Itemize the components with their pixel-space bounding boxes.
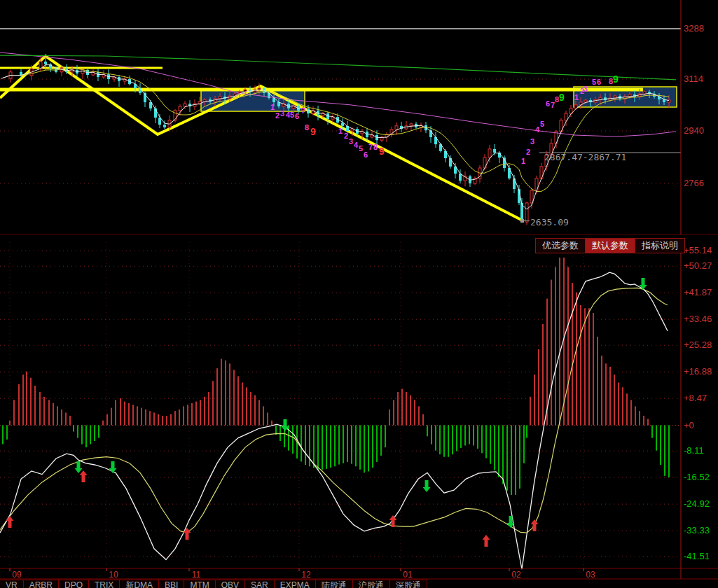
svg-text:5: 5 bbox=[359, 144, 363, 153]
svg-text:+41.87: +41.87 bbox=[684, 287, 712, 298]
indicator-tab-MTM[interactable]: MTM bbox=[184, 580, 215, 588]
svg-text:9: 9 bbox=[613, 74, 619, 85]
svg-text:9: 9 bbox=[559, 92, 565, 103]
indicator-tab-OBV[interactable]: OBV bbox=[216, 580, 245, 588]
indicator-gridlines bbox=[0, 241, 681, 579]
svg-text:-16.52: -16.52 bbox=[684, 472, 710, 482]
svg-text:6: 6 bbox=[597, 78, 601, 86]
indicator-tab-VR[interactable]: VR bbox=[0, 580, 24, 588]
trendline-annotations bbox=[0, 56, 643, 220]
indicator-tab-SAR[interactable]: SAR bbox=[245, 580, 275, 588]
indicator-tab-bar: VRARBRDPOTRIX新DMABBIMTMOBVSAREXPMA陆股通沪股通… bbox=[0, 580, 427, 588]
param-button-0[interactable]: 优选参数 bbox=[536, 239, 585, 253]
indicator-axis-labels: +55.14+50.27+41.87+33.46+25.28+16.88+8.4… bbox=[684, 245, 712, 561]
indicator-tab-深股通[interactable]: 深股通 bbox=[390, 580, 427, 588]
param-button-2[interactable]: 指标说明 bbox=[635, 239, 684, 253]
svg-text:5: 5 bbox=[290, 111, 294, 119]
svg-text:4: 4 bbox=[535, 125, 540, 134]
indicator-tab-DPO[interactable]: DPO bbox=[59, 580, 89, 588]
svg-text:-8.11: -8.11 bbox=[684, 445, 704, 456]
svg-text:5: 5 bbox=[592, 78, 596, 86]
svg-text:1: 1 bbox=[521, 157, 525, 165]
svg-text:01: 01 bbox=[403, 570, 413, 580]
svg-text:+0: +0 bbox=[684, 420, 694, 430]
svg-text:03: 03 bbox=[586, 570, 595, 580]
svg-text:8: 8 bbox=[373, 143, 378, 151]
svg-text:-33.33: -33.33 bbox=[684, 525, 710, 536]
svg-text:1: 1 bbox=[270, 103, 275, 111]
svg-text:1: 1 bbox=[338, 127, 343, 135]
svg-text:+33.46: +33.46 bbox=[684, 314, 712, 324]
indicator-tab-陆股通[interactable]: 陆股通 bbox=[316, 580, 353, 588]
indicator-tab-沪股通[interactable]: 沪股通 bbox=[353, 580, 390, 588]
price-axis-labels: 3288311429402766 bbox=[684, 23, 704, 188]
svg-text:-24.92: -24.92 bbox=[684, 498, 710, 509]
svg-text:+55.14: +55.14 bbox=[684, 245, 712, 255]
svg-text:+25.28: +25.28 bbox=[684, 340, 712, 350]
svg-text:3: 3 bbox=[280, 109, 284, 118]
svg-text:3: 3 bbox=[530, 137, 534, 146]
svg-text:5: 5 bbox=[540, 120, 544, 128]
param-button-1[interactable]: 默认参数 bbox=[585, 239, 635, 253]
svg-text:2635.09: 2635.09 bbox=[530, 217, 569, 227]
svg-text:-41.51: -41.51 bbox=[684, 551, 710, 561]
svg-text:6: 6 bbox=[546, 99, 550, 108]
svg-text:3: 3 bbox=[349, 137, 353, 146]
svg-text:+50.27: +50.27 bbox=[684, 260, 712, 271]
svg-text:10: 10 bbox=[109, 570, 118, 580]
svg-text:11: 11 bbox=[192, 570, 201, 580]
svg-text:+8.47: +8.47 bbox=[684, 393, 707, 403]
svg-text:6: 6 bbox=[295, 112, 299, 120]
svg-text:12: 12 bbox=[301, 570, 311, 580]
svg-text:9: 9 bbox=[379, 146, 385, 157]
candlestick-series bbox=[9, 57, 670, 225]
svg-text:8: 8 bbox=[305, 123, 309, 132]
kline-chart-canvas[interactable]: 12345678912345678912345678912356892867.4… bbox=[0, 0, 718, 235]
svg-text:3114: 3114 bbox=[684, 74, 703, 84]
indicator-chart-canvas[interactable]: 09101112010203+55.14+50.27+41.87+33.46+2… bbox=[0, 235, 718, 588]
svg-text:2: 2 bbox=[526, 148, 530, 156]
price-gridlines bbox=[0, 0, 718, 235]
svg-text:02: 02 bbox=[511, 570, 521, 580]
svg-text:3: 3 bbox=[584, 85, 588, 93]
svg-text:4: 4 bbox=[354, 141, 359, 149]
svg-text:7: 7 bbox=[301, 106, 305, 115]
indicator-tab-BBI[interactable]: BBI bbox=[159, 580, 184, 588]
indicator-tab-ARBR[interactable]: ARBR bbox=[24, 580, 59, 588]
indicator-tab-EXPMA[interactable]: EXPMA bbox=[275, 580, 316, 588]
svg-text:09: 09 bbox=[12, 570, 22, 580]
svg-text:6: 6 bbox=[364, 150, 368, 159]
svg-text:2766: 2766 bbox=[684, 178, 704, 188]
svg-text:2867.47-2867.71: 2867.47-2867.71 bbox=[544, 152, 626, 162]
indicator-tab-TRIX[interactable]: TRIX bbox=[89, 580, 120, 588]
svg-text:2940: 2940 bbox=[684, 125, 704, 136]
svg-text:1: 1 bbox=[574, 93, 579, 102]
svg-text:2: 2 bbox=[275, 111, 279, 120]
indicator-param-bar: 优选参数默认参数指标说明 bbox=[535, 238, 685, 253]
svg-text:7: 7 bbox=[368, 143, 373, 151]
svg-text:2: 2 bbox=[344, 132, 348, 140]
svg-text:9: 9 bbox=[310, 126, 316, 137]
trading-app-screen: 12345678912345678912345678912356892867.4… bbox=[0, 0, 718, 588]
svg-text:+16.88: +16.88 bbox=[684, 366, 712, 377]
indicator-tab-新DMA[interactable]: 新DMA bbox=[120, 580, 159, 588]
date-axis-band: 09101112010203 bbox=[0, 568, 718, 580]
svg-text:3288: 3288 bbox=[684, 23, 704, 34]
